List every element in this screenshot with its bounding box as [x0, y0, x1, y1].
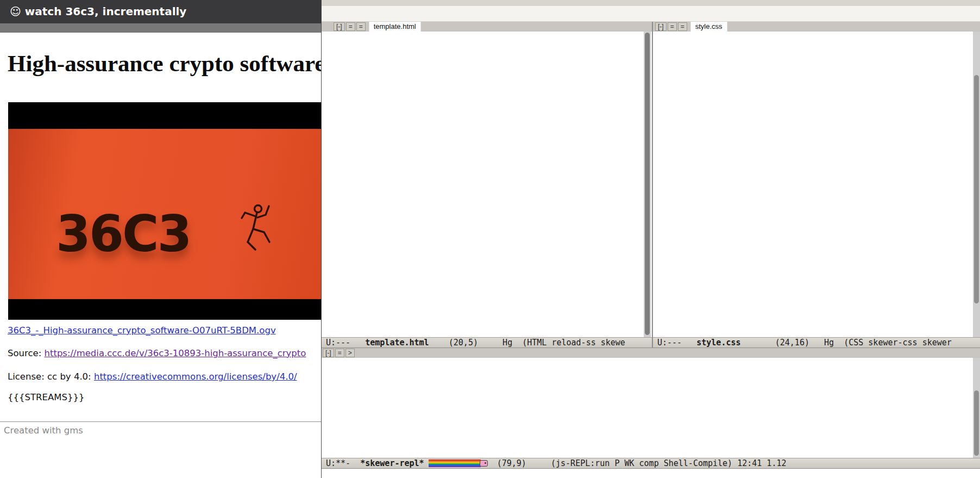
window-template-html: [-] = = template.html U:--- template.htm…	[322, 22, 652, 348]
emacs-menu-bar	[322, 6, 980, 22]
video-player[interactable]: 36C3	[8, 102, 321, 320]
page-heading: High-assurance crypto software	[8, 50, 321, 77]
emacs-frame: [-] = = template.html U:--- template.htm…	[321, 0, 980, 478]
echo-area[interactable]	[322, 469, 980, 478]
smiley-icon-and-title: ☺ watch 36c3, incrementally	[10, 5, 186, 18]
scrollbar-style[interactable]	[973, 32, 980, 337]
tabline-scroll-right-button[interactable]: =	[356, 22, 366, 31]
ogv-file-link[interactable]: 36C3_-_High-assurance_crypto_software-O0…	[8, 325, 276, 336]
tabline-scroll-left-button[interactable]: =	[346, 22, 355, 31]
video-file-link-row: 36C3_-_High-assurance_crypto_software-O0…	[8, 325, 276, 336]
36c3-logo: 36C3	[56, 205, 191, 263]
screen: ☺ watch 36c3, incrementally High-assuran…	[0, 0, 980, 478]
buffer-skewer-repl[interactable]	[324, 361, 970, 456]
modeline-repl: U:**- *skewer-repl* (79,9) (js-REPL:run …	[322, 458, 980, 469]
tabline-minimize-button[interactable]: [-]	[655, 22, 667, 31]
tabline-minimize-button[interactable]: [-]	[334, 22, 345, 31]
nyan-cat-mode-line-graphic	[429, 459, 488, 468]
tabline-repl: [-] = >	[322, 348, 980, 358]
tab-style-css[interactable]: style.css	[690, 22, 727, 32]
window-skewer-repl: [-] = > U:**- *skewer-repl* (79,9) (js-R…	[322, 348, 980, 469]
window-style-css: [-] = = style.css U:--- style.css (24,16…	[653, 22, 980, 348]
scrollbar-template[interactable]	[644, 32, 651, 337]
tabline-template: [-] = = template.html	[322, 22, 652, 32]
tabline-style: [-] = = style.css	[653, 22, 980, 32]
source-label: Source:	[8, 348, 44, 358]
tabline-scroll-left-button[interactable]: =	[335, 349, 344, 357]
buffer-style-css[interactable]	[658, 33, 971, 337]
modeline-template: U:--- template.html (20,5) Hg (HTML relo…	[322, 337, 652, 348]
source-row: Source: https://media.ccc.de/v/36c3-1089…	[8, 348, 306, 358]
source-link[interactable]: https://media.ccc.de/v/36c3-10893-high-a…	[44, 348, 306, 358]
browser-window: ☺ watch 36c3, incrementally High-assuran…	[0, 0, 321, 478]
page-h1-banner: ☺ watch 36c3, incrementally	[0, 0, 321, 23]
after-title-strip	[0, 23, 321, 33]
streams-placeholder: {{{STREAMS}}}	[8, 392, 84, 402]
tabline-scroll-left-button[interactable]: =	[668, 22, 677, 31]
tabline-scroll-right-button[interactable]: >	[345, 349, 355, 357]
page-footer: Created with gms	[0, 421, 321, 436]
license-label: License: cc by 4.0:	[8, 371, 94, 382]
scrollbar-repl[interactable]	[973, 358, 980, 458]
video-frame: 36C3	[8, 129, 321, 299]
stick-figure-icon	[236, 200, 275, 256]
tabline-minimize-button[interactable]: [-]	[323, 349, 334, 357]
modeline-style: U:--- style.css (24,16) Hg (CSS skewer-c…	[653, 337, 980, 348]
license-row: License: cc by 4.0: https://creativecomm…	[8, 371, 297, 382]
license-link[interactable]: https://creativecommons.org/licenses/by/…	[94, 371, 297, 382]
tab-template-html[interactable]: template.html	[369, 22, 421, 32]
tabline-scroll-right-button[interactable]: =	[678, 22, 687, 31]
buffer-template-html[interactable]	[334, 33, 642, 337]
emacs-titlebar-strip	[322, 0, 980, 6]
